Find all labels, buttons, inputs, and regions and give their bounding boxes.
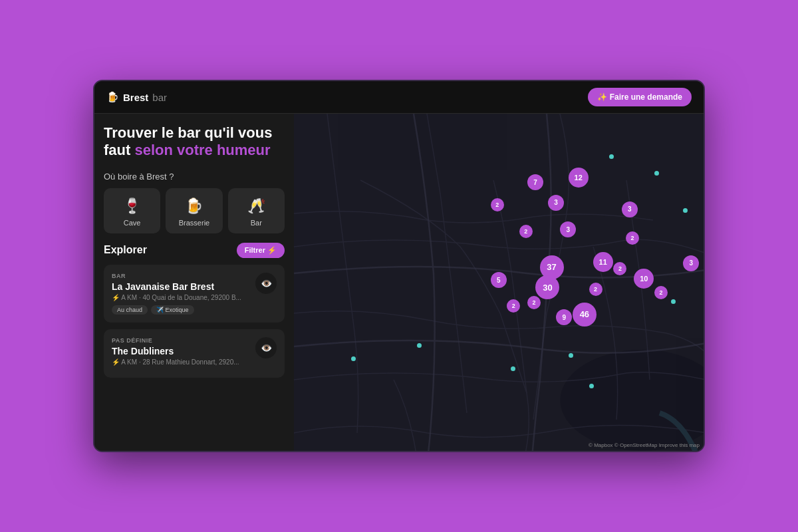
bar-card-javanaise[interactable]: BAR La Javanaise Bar Brest ⚡ A KM · 40 Q… bbox=[104, 265, 285, 323]
hero-title: Trouver le bar qu'il vous faut selon vot… bbox=[104, 124, 285, 160]
bar-card-dubliners[interactable]: PAS DÉFINIE The Dubliners ⚡ A KM · 28 Ru… bbox=[104, 329, 285, 378]
marker-3d[interactable]: 3 bbox=[683, 255, 699, 271]
marker-2h[interactable]: 2 bbox=[527, 296, 541, 309]
bar-card-info-2: PAS DÉFINIE The Dubliners ⚡ A KM · 28 Ru… bbox=[112, 337, 250, 370]
title-accent: selon votre humeur bbox=[134, 142, 270, 158]
filter-button[interactable]: Filtrer ⚡ bbox=[237, 243, 285, 258]
bar-address-1: ⚡ A KM · 40 Quai de la Douane, 29200 B..… bbox=[112, 294, 250, 301]
bar-icon-2: 👁️ bbox=[255, 337, 277, 358]
brasserie-emoji: 🍺 bbox=[185, 198, 203, 215]
cave-emoji: 🍷 bbox=[123, 198, 141, 215]
marker-3b[interactable]: 3 bbox=[622, 201, 638, 217]
bar-icon-1: 👁️ bbox=[255, 273, 277, 294]
where-label: Où boire à Brest ? bbox=[104, 172, 285, 182]
bar-label: Bar bbox=[251, 219, 262, 227]
marker-3a[interactable]: 3 bbox=[548, 195, 564, 211]
logo-emoji: 🍺 bbox=[106, 91, 119, 103]
marker-11[interactable]: 11 bbox=[593, 252, 613, 272]
explorer-header: Explorer Filtrer ⚡ bbox=[104, 243, 285, 258]
bar-name-1: La Javanaise Bar Brest bbox=[112, 281, 250, 292]
bar-tags-1: Au chaud ✈️ Exotique bbox=[112, 305, 250, 315]
bar-type-2: PAS DÉFINIE bbox=[112, 337, 250, 344]
category-grid: 🍷 Cave 🍺 Brasserie 🥂 Bar bbox=[104, 188, 285, 233]
bar-type-1: BAR bbox=[112, 273, 250, 279]
category-brasserie[interactable]: 🍺 Brasserie bbox=[166, 188, 222, 233]
cta-button[interactable]: ✨ Faire une demande bbox=[588, 88, 692, 106]
sidebar: Trouver le bar qu'il vous faut selon vot… bbox=[94, 114, 294, 451]
app-window: 🍺 Brest bar ✨ Faire une demande Trouver … bbox=[93, 80, 705, 452]
dot-8 bbox=[569, 353, 573, 358]
title-line1: Trouver le bar qu'il vous bbox=[104, 124, 272, 141]
marker-5[interactable]: 5 bbox=[491, 272, 507, 288]
cave-label: Cave bbox=[124, 219, 141, 227]
logo-type: bar bbox=[152, 92, 167, 103]
bar-emoji: 🥂 bbox=[247, 198, 265, 215]
dot-9 bbox=[589, 384, 594, 388]
marker-46[interactable]: 46 bbox=[573, 303, 597, 327]
logo: 🍺 Brest bar bbox=[106, 91, 167, 103]
tag-exotique: ✈️ Exotique bbox=[151, 305, 194, 315]
bar-card-info-1: BAR La Javanaise Bar Brest ⚡ A KM · 40 Q… bbox=[112, 273, 250, 315]
marker-12[interactable]: 12 bbox=[569, 168, 589, 188]
category-bar[interactable]: 🥂 Bar bbox=[228, 188, 285, 233]
bar-name-2: The Dubliners bbox=[112, 346, 250, 356]
explorer-title: Explorer bbox=[104, 244, 147, 256]
tag-au-chaud: Au chaud bbox=[112, 305, 148, 315]
marker-2e[interactable]: 2 bbox=[589, 283, 602, 296]
marker-2f[interactable]: 2 bbox=[654, 286, 668, 299]
header: 🍺 Brest bar ✨ Faire une demande bbox=[94, 81, 704, 114]
main-content: Trouver le bar qu'il vous faut selon vot… bbox=[94, 114, 704, 451]
category-cave[interactable]: 🍷 Cave bbox=[104, 188, 160, 233]
logo-city: Brest bbox=[123, 92, 148, 103]
map-area: 12 2 7 3 3 2 3 11 2 10 2 2 3 2 5 2 2 9 4… bbox=[294, 114, 704, 451]
dot-6 bbox=[417, 343, 422, 348]
map-attribution: © Mapbox © OpenStreetMap Improve this ma… bbox=[589, 442, 700, 448]
marker-2b[interactable]: 2 bbox=[519, 225, 533, 238]
dot-4 bbox=[671, 299, 676, 304]
brasserie-label: Brasserie bbox=[179, 219, 209, 227]
title-line2: faut bbox=[104, 142, 134, 158]
marker-2a[interactable]: 2 bbox=[491, 198, 504, 211]
bar-address-2: ⚡ A KM · 28 Rue Mathieu Donnart, 2920... bbox=[112, 358, 250, 366]
